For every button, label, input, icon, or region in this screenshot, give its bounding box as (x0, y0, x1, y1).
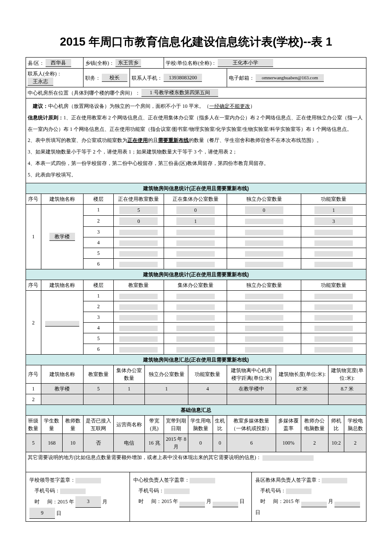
b2f1-g (176, 294, 215, 299)
b1f3-c (119, 230, 158, 235)
b2-name (45, 321, 79, 327)
b1f4-g (176, 240, 215, 246)
b2f6-g (176, 347, 215, 353)
b2f2-fn (314, 304, 353, 310)
township-value: 东王营乡 (115, 59, 141, 67)
b1-name: 教学楼 (49, 233, 75, 241)
b2f4-fn (314, 326, 353, 331)
suggest-tail: ） (250, 103, 255, 109)
b2f2-c (119, 304, 158, 310)
server-room-label: 中心机房所在位置（具体到哪个楼的哪个房间）： (28, 90, 140, 96)
b2f6-i (245, 347, 283, 353)
summary-section: 建筑物房间信息汇总(正在使用且需要重新布线) (26, 355, 366, 365)
sig-county-month (301, 502, 327, 507)
summary-cols: 序号 建筑物名称 教室数量 集体办公室数量 独立办公室数量 功能室数量 建筑物离… (26, 365, 366, 384)
sig-school-day: 9 (29, 508, 55, 519)
basic-section: 基础信息汇总 (26, 405, 366, 416)
b1f4-fn (314, 240, 353, 246)
b2f6-c (119, 347, 158, 353)
b1f2-i (245, 219, 283, 224)
sig-center-day (213, 502, 238, 507)
position-label: 职务： (85, 75, 101, 81)
page: 2015 年周口市教育信息化建设信息统计表(学校)--表 1 县/区： 西华县 … (0, 0, 392, 539)
b1f6-c (119, 262, 158, 267)
notes-label: 其它需要说明的地方(比如信息点数量需要额外增加，或者上表中没有体现出来的其它需要… (28, 454, 261, 460)
email-value: omnerwanghuaben@163.com (256, 74, 324, 82)
b2f2-g (176, 304, 215, 310)
b1f1-fn: 1 (314, 206, 353, 214)
b2f3-g (176, 315, 215, 321)
position-value: 校长 (102, 74, 127, 82)
rule1c: 在一室内办公）布 1 个网络信息点、正在使用功能室（指会议室/图书室/物理实验室… (28, 124, 364, 134)
b1f1-i: 0 (245, 206, 283, 214)
b2f3-i (245, 315, 283, 321)
email-label: 电子邮箱： (229, 75, 254, 81)
bldg2-cols: 序号 建筑物名称 楼层 教室数量 集体办公室数量 独立办公室数量 功能室数量 (26, 280, 366, 291)
rule3: 3、如果建筑物数量小于等于 2 个，请使用表 1；如果建筑物数量大于等于 3 个… (28, 147, 364, 157)
notes-row: 其它需要说明的地方(比如信息点数量需要额外增加，或者上表中没有体现出来的其它需要… (26, 452, 366, 472)
b2f4-c (119, 326, 158, 331)
b1f6-g (176, 262, 215, 267)
b1f2-g: 1 (176, 217, 215, 225)
sig-school-phone (60, 489, 86, 494)
bldg1-section: 建筑物房间信息统计(正在使用且需要重新布线) (26, 183, 366, 194)
sig-center-phone (164, 489, 190, 494)
b2f1-c (119, 294, 158, 299)
township-label: 乡镇(全称)： (85, 60, 114, 66)
rules-block: 建议：中心机房（放置网络设备）为独立的一个房间，面积不小于 10 平米。（一经确… (26, 98, 366, 183)
b1f1-c: 5 (119, 206, 158, 214)
phone-value: 13938083200 (164, 74, 202, 82)
b1f3-i (245, 230, 283, 235)
sig-school-l1: 学校领导签字盖章： (29, 477, 75, 483)
sig-county-phone (286, 489, 311, 494)
b2f5-g (176, 336, 215, 342)
sig-county-day (334, 502, 360, 507)
b1-f1: 1 教学楼 1 5 0 0 1 (26, 204, 366, 215)
b2f5-c (119, 336, 158, 342)
county-value: 西华县 (46, 59, 71, 67)
suggest-label: 建议： (33, 103, 48, 109)
basic-row: 5 168 10 否 电信 16 兆 2015 年 8 月 0 0 6 100%… (26, 434, 366, 452)
b1f6-fn (314, 262, 353, 267)
page-title: 2015 年周口市教育信息化建设信息统计表(学校)--表 1 (26, 34, 366, 49)
rule5: 5、此表由学校填写。 (28, 170, 364, 180)
rule2d: 需要重新布线 (158, 137, 189, 143)
b1f2-c: 0 (119, 217, 158, 225)
b1f6-i (245, 262, 283, 267)
b2f3-c (119, 315, 158, 321)
county-label: 县/区： (28, 60, 44, 66)
sig-school-sign (75, 478, 101, 483)
b1f5-c (119, 251, 158, 257)
sig-county-l1: 县区教体局负责人签字盖章： (255, 477, 322, 483)
phone-label: 联系人手机： (132, 75, 162, 81)
notes-value (262, 455, 314, 461)
b2f4-g (176, 326, 215, 331)
school-label: 学校/单位名称(全称)： (166, 60, 216, 66)
b2f1-i (245, 294, 283, 299)
header-row-2: 联系人(全称)： 王永志 职务： 校长 联系人手机： 13938083200 电… (26, 69, 366, 87)
rule2e: 的数量（餐厅、学生宿舍和教师宿舍不在本次布线范围）。 (189, 137, 322, 143)
bldg1-cols: 序号 建筑物名称 楼层 正在使用教室数量 正在集体办公室数量 独立办公室数量 功… (26, 194, 366, 204)
b1f5-g (176, 251, 215, 257)
b1f5-fn (314, 251, 353, 257)
contact-label: 联系人(全称)： (28, 71, 62, 77)
sig-center-l1: 中心校负责人签字盖章： (133, 477, 190, 483)
b1f1-g: 0 (176, 206, 215, 214)
b2f4-i (245, 326, 283, 331)
suggest-fixed: 一经确定不能更改 (209, 103, 250, 109)
sig-county-sign (322, 478, 347, 483)
b2f2-i (245, 304, 283, 310)
rule2a: 2、表中所填写的教室、办公室或功能室数为 (28, 137, 127, 143)
b1f3-g (176, 230, 215, 235)
b2f5-fn (314, 336, 353, 342)
sig-school-l2: 手机号码： (35, 488, 60, 494)
b1f5-i (245, 251, 283, 257)
b2f1-fn (314, 294, 353, 299)
b1f4-i (245, 240, 283, 246)
basic-cols: 班级数量 学生数量 教师数量 是否已接入互联网 运营商名称 带宽(兆) 宽带到期… (26, 416, 366, 434)
contact-value: 王永志 (28, 78, 53, 86)
header-row-3: 中心机房所在位置（具体到哪个楼的哪个房间）： 1 号教学楼东数第四第五间 (26, 87, 366, 98)
header-row-1: 县/区： 西华县 乡镇(全称)： 东王营乡 学校/单位名称(全称)： 王化本小学 (26, 58, 366, 69)
b1f4-c (119, 240, 158, 246)
suggest-text: 中心机房（放置网络设备）为独立的一个房间，面积不小于 10 平米。（ (48, 103, 209, 109)
